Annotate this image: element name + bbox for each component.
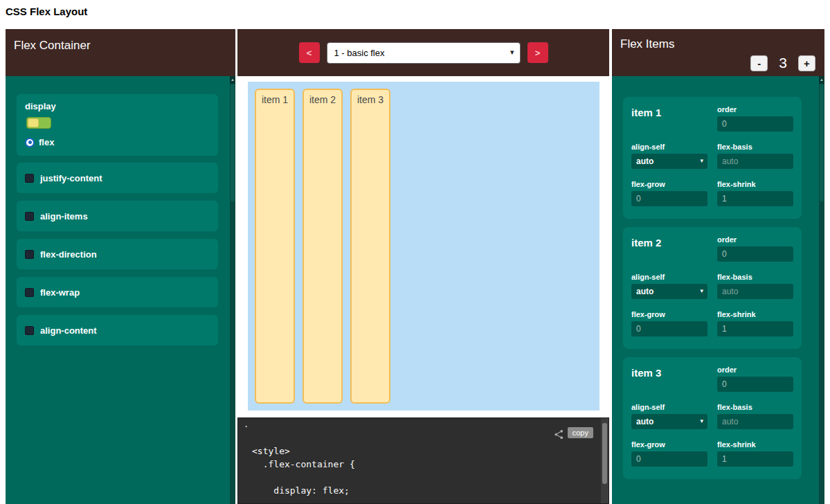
flex-basis-input[interactable] xyxy=(717,284,793,299)
left-scrollbar-thumb[interactable] xyxy=(231,84,235,201)
flex-container-panel: Flex Container display flex justify-cont… xyxy=(6,29,235,504)
right-scrollbar-thumb[interactable] xyxy=(820,84,824,201)
copy-button[interactable]: copy xyxy=(568,427,593,438)
scroll-up-icon[interactable]: ▲ xyxy=(230,76,235,84)
flex-grow-input[interactable] xyxy=(631,321,707,336)
item-title: item 3 xyxy=(631,367,661,379)
remove-item-button[interactable]: - xyxy=(750,55,768,71)
flex-item-card-3: item 3 order align-self auto ▾ xyxy=(623,357,802,479)
flex-radio-dot xyxy=(28,141,32,144)
flex-grow-field: flex-grow xyxy=(631,180,707,206)
item-card-grid: item 3 order align-self auto ▾ xyxy=(631,366,793,467)
flex-basis-field: flex-basis xyxy=(717,143,793,169)
left-scrollbar[interactable]: ▲ xyxy=(230,76,235,504)
preview-item-3: item 3 xyxy=(350,89,390,404)
flex-container-header: Flex Container xyxy=(6,29,235,76)
align-items-checkbox[interactable] xyxy=(25,212,34,221)
flex-radio[interactable] xyxy=(25,138,35,147)
code-line xyxy=(252,471,355,484)
order-input[interactable] xyxy=(717,116,793,132)
share-icon[interactable] xyxy=(554,429,564,440)
align-self-field: align-self auto ▾ xyxy=(631,143,707,169)
flex-direction-checkbox[interactable] xyxy=(25,250,34,259)
flex-shrink-label: flex-shrink xyxy=(717,310,793,318)
order-label: order xyxy=(717,105,793,114)
order-field: order xyxy=(717,235,793,262)
code-block: <style> .flex-container { display: flex; xyxy=(252,444,355,497)
flex-grow-input[interactable] xyxy=(631,191,707,206)
align-self-select[interactable]: auto xyxy=(631,414,707,429)
align-self-field: align-self auto ▾ xyxy=(631,403,707,429)
option-align-content: align-content xyxy=(17,315,218,345)
flex-basis-label: flex-basis xyxy=(717,143,793,151)
flex-shrink-input[interactable] xyxy=(717,321,793,336)
align-self-select[interactable]: auto xyxy=(631,154,707,169)
preview-body: item 1 item 2 item 3 . copy <style> .fle… xyxy=(237,76,609,504)
align-self-select[interactable]: auto xyxy=(631,284,707,299)
example-select-wrap: 1 - basic flex ▾ xyxy=(327,42,521,64)
flex-shrink-field: flex-shrink xyxy=(717,310,793,336)
item-count-controls: - 3 + xyxy=(750,55,815,71)
flex-shrink-field: flex-shrink xyxy=(717,180,793,206)
preview-item-2: item 2 xyxy=(303,89,343,404)
code-scrollbar-thumb[interactable] xyxy=(602,423,607,484)
flex-shrink-input[interactable] xyxy=(717,191,793,206)
flex-items-header: Flex Items - 3 + xyxy=(612,29,824,76)
flex-basis-label: flex-basis xyxy=(717,273,793,281)
flex-grow-field: flex-grow xyxy=(631,310,707,336)
flex-items-body: item 1 order align-self auto ▾ xyxy=(612,76,824,504)
align-self-label: align-self xyxy=(631,143,707,151)
scroll-up-icon[interactable]: ▲ xyxy=(819,76,824,84)
flex-grow-field: flex-grow xyxy=(631,440,707,467)
option-label: justify-content xyxy=(40,173,102,183)
item-card-grid: item 2 order align-self auto ▾ xyxy=(631,235,793,336)
justify-content-checkbox[interactable] xyxy=(25,174,34,183)
option-flex-wrap: flex-wrap xyxy=(17,277,218,307)
right-scrollbar[interactable]: ▲ xyxy=(819,76,824,504)
code-dot: . xyxy=(244,420,249,429)
flex-radio-ring xyxy=(26,139,33,146)
flex-radio-label: flex xyxy=(39,137,54,147)
option-label: flex-direction xyxy=(40,249,97,260)
flex-shrink-input[interactable] xyxy=(717,451,793,467)
next-example-button[interactable]: > xyxy=(527,42,548,63)
flex-shrink-field: flex-shrink xyxy=(717,440,793,467)
item-title-cell: item 1 xyxy=(631,105,707,132)
order-input[interactable] xyxy=(717,377,793,392)
flex-shrink-label: flex-shrink xyxy=(717,180,793,188)
option-flex-direction: flex-direction xyxy=(17,239,218,269)
flex-container-title: Flex Container xyxy=(14,39,91,52)
flex-item-card-2: item 2 order align-self auto ▾ xyxy=(623,227,802,349)
option-label: flex-wrap xyxy=(40,287,80,298)
item-title: item 1 xyxy=(631,107,661,118)
align-self-select-wrap: auto ▾ xyxy=(631,414,707,429)
item-card-grid: item 1 order align-self auto ▾ xyxy=(631,105,793,206)
order-input[interactable] xyxy=(717,246,793,262)
align-content-checkbox[interactable] xyxy=(25,326,34,335)
flex-basis-label: flex-basis xyxy=(717,403,793,411)
code-line: .flex-container { xyxy=(252,458,355,471)
flex-basis-input[interactable] xyxy=(717,414,793,429)
example-select[interactable]: 1 - basic flex xyxy=(327,42,521,64)
prev-example-button[interactable]: < xyxy=(299,42,320,63)
align-self-select-wrap: auto ▾ xyxy=(631,284,707,299)
option-align-items: align-items xyxy=(17,201,218,231)
flex-basis-input[interactable] xyxy=(717,154,793,169)
flex-basis-field: flex-basis xyxy=(717,273,793,299)
flex-grow-input[interactable] xyxy=(631,451,707,467)
add-item-button[interactable]: + xyxy=(798,55,815,71)
code-scrollbar[interactable] xyxy=(601,418,608,503)
align-self-label: align-self xyxy=(631,273,707,281)
flex-items-title: Flex Items xyxy=(620,37,674,51)
preview-panel: < 1 - basic flex ▾ > item 1 item 2 item … xyxy=(237,29,609,504)
flex-wrap-checkbox[interactable] xyxy=(25,288,34,297)
flex-shrink-label: flex-shrink xyxy=(717,440,793,449)
display-toggle[interactable] xyxy=(26,117,51,129)
flex-item-card-1: item 1 order align-self auto ▾ xyxy=(623,97,802,219)
align-self-field: align-self auto ▾ xyxy=(631,273,707,299)
toggle-knob-icon xyxy=(28,118,39,127)
code-panel: . copy <style> .flex-container { display… xyxy=(237,417,609,504)
flex-container-body: display flex justify-content align-items xyxy=(6,76,235,504)
flex-grow-label: flex-grow xyxy=(631,440,707,449)
preview-item-1: item 1 xyxy=(255,89,295,404)
